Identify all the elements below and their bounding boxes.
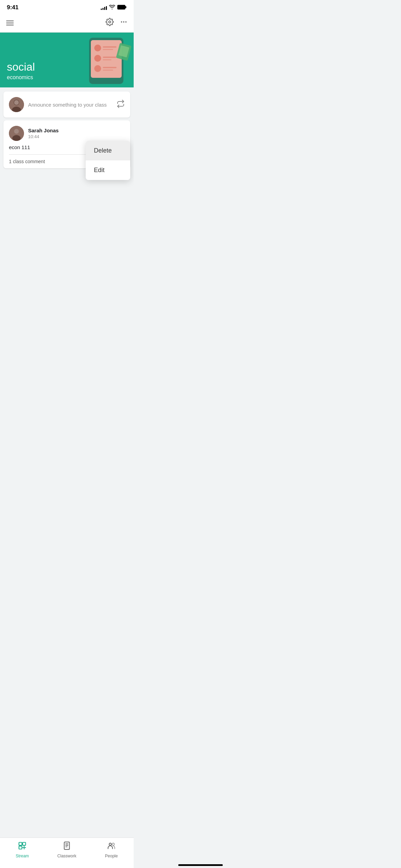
svg-point-24 [14, 129, 19, 134]
svg-rect-12 [103, 57, 117, 58]
class-subject: economics [7, 74, 35, 81]
post-author-name: Sarah Jonas [28, 128, 125, 133]
context-menu-delete[interactable]: Delete [86, 141, 130, 160]
class-banner-text: social economics [7, 61, 35, 81]
battery-icon [117, 5, 127, 11]
wifi-icon [109, 5, 115, 11]
svg-rect-1 [125, 6, 126, 8]
svg-rect-10 [103, 49, 113, 50]
announce-left: Announce something to your class [9, 97, 107, 112]
svg-point-22 [14, 100, 19, 105]
svg-rect-16 [103, 70, 113, 71]
svg-rect-13 [103, 59, 111, 60]
svg-rect-0 [118, 5, 125, 9]
status-bar: 9:41 [0, 0, 134, 14]
svg-point-11 [94, 55, 101, 62]
post-time: 10:44 [28, 134, 125, 139]
announce-card[interactable]: Announce something to your class [3, 92, 130, 118]
more-options-icon[interactable] [120, 18, 127, 28]
banner-illustration [69, 36, 134, 87]
context-menu: Delete Edit [86, 141, 130, 180]
status-time: 9:41 [7, 4, 19, 11]
top-nav-right [106, 18, 127, 28]
svg-rect-15 [103, 67, 117, 68]
status-icons [101, 5, 127, 11]
svg-point-14 [94, 65, 101, 72]
hamburger-menu-button[interactable] [6, 21, 14, 25]
post-card: Sarah Jonas 10:44 econ 111 1 class comme… [3, 120, 130, 168]
context-menu-edit[interactable]: Edit [86, 160, 130, 180]
post-author-avatar [9, 126, 24, 141]
svg-point-4 [123, 21, 124, 23]
top-nav [0, 14, 134, 33]
svg-point-8 [94, 45, 101, 51]
class-banner: social economics [0, 33, 134, 87]
svg-point-2 [109, 21, 111, 23]
post-author-info: Sarah Jonas 10:44 [28, 128, 125, 139]
announce-placeholder: Announce something to your class [28, 102, 107, 108]
svg-rect-9 [103, 46, 117, 48]
svg-point-5 [125, 21, 127, 23]
signal-icon [101, 5, 107, 10]
repost-icon[interactable] [117, 100, 125, 110]
svg-point-3 [121, 21, 122, 23]
settings-icon[interactable] [106, 18, 114, 28]
comment-count: 1 class comment [9, 159, 45, 164]
user-avatar [9, 97, 24, 112]
class-name: social [7, 61, 35, 73]
